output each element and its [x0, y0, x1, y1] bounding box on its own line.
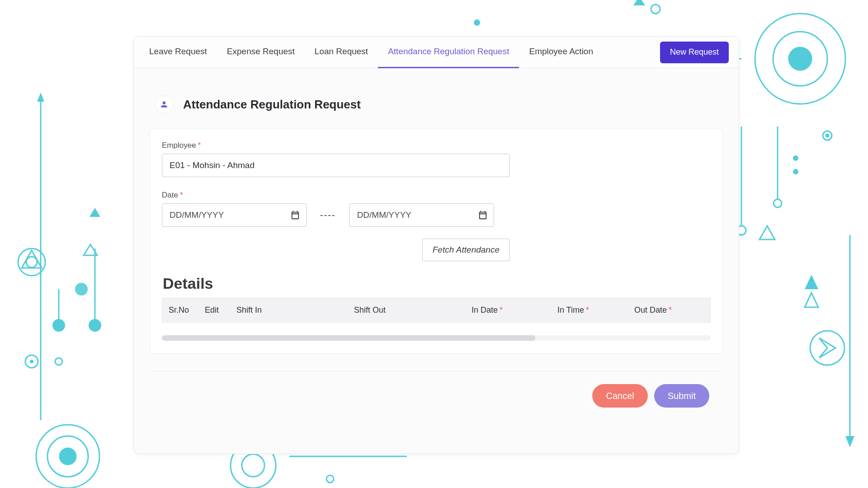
svg-point-12	[75, 283, 88, 296]
svg-marker-36	[805, 275, 818, 289]
date-range-separator: ----	[320, 210, 336, 221]
required-mark: *	[180, 191, 183, 199]
svg-marker-16	[90, 208, 100, 217]
fetch-attendance-button[interactable]: Fetch Attendance	[422, 239, 510, 261]
svg-point-0	[36, 425, 99, 488]
scrollbar-thumb[interactable]	[162, 335, 535, 341]
svg-marker-26	[633, 0, 645, 5]
date-label: Date*	[162, 191, 711, 200]
svg-marker-37	[805, 293, 818, 307]
tab-expense-request[interactable]: Expense Request	[217, 37, 305, 68]
svg-point-27	[651, 5, 660, 14]
section-header: Attendance Regulation Request	[150, 95, 723, 113]
svg-point-42	[793, 155, 798, 161]
svg-point-38	[810, 331, 844, 365]
svg-marker-4	[37, 93, 44, 102]
svg-point-13	[25, 355, 38, 368]
person-icon	[155, 95, 173, 113]
svg-point-8	[52, 319, 65, 332]
svg-point-15	[55, 358, 62, 365]
svg-point-1	[47, 436, 88, 477]
th-shift-in: Shift In	[230, 298, 348, 322]
svg-point-9	[89, 319, 101, 332]
details-heading: Details	[163, 275, 711, 292]
calendar-icon[interactable]	[478, 210, 488, 220]
svg-point-19	[242, 454, 264, 477]
svg-point-43	[793, 169, 798, 174]
cancel-button[interactable]: Cancel	[592, 384, 647, 408]
tabs-bar: Leave Request Expense Request Loan Reque…	[134, 37, 739, 68]
th-out-date: Out Date*	[628, 298, 710, 322]
details-table: Sr.No Edit Shift In Shift Out In Date* I…	[162, 298, 711, 341]
tab-leave-request[interactable]: Leave Request	[139, 37, 217, 68]
section-title: Attendance Regulation Request	[183, 98, 361, 112]
table-horizontal-scrollbar[interactable]	[162, 335, 711, 341]
svg-marker-33	[760, 226, 775, 239]
th-edit: Edit	[198, 298, 230, 322]
tab-employee-action[interactable]: Employee Action	[519, 37, 603, 68]
svg-point-6	[26, 257, 37, 267]
svg-point-32	[774, 199, 782, 207]
content-area: Attendance Regulation Request Employee* …	[134, 68, 739, 408]
svg-point-5	[18, 249, 45, 276]
submit-button[interactable]: Submit	[654, 384, 709, 408]
svg-point-22	[755, 14, 845, 104]
date-to-input[interactable]	[349, 203, 494, 227]
svg-marker-7	[22, 250, 42, 268]
request-card: Leave Request Expense Request Loan Reque…	[133, 36, 739, 454]
required-mark: *	[198, 141, 201, 150]
svg-point-21	[326, 475, 334, 483]
svg-marker-17	[84, 244, 97, 255]
tab-loan-request[interactable]: Loan Request	[305, 37, 378, 68]
new-request-button[interactable]: New Request	[660, 42, 729, 63]
svg-point-2	[60, 448, 76, 465]
svg-point-28	[474, 19, 480, 26]
employee-label: Employee*	[162, 141, 510, 150]
svg-point-23	[773, 32, 827, 86]
svg-point-24	[789, 47, 811, 70]
tab-attendance-regulation-request[interactable]: Attendance Regulation Request	[378, 37, 519, 68]
svg-point-34	[823, 131, 832, 140]
table-header-row: Sr.No Edit Shift In Shift Out In Date* I…	[162, 298, 711, 323]
calendar-icon[interactable]	[290, 210, 300, 220]
th-in-date: In Date*	[465, 298, 551, 322]
svg-marker-39	[819, 338, 835, 358]
svg-marker-41	[845, 436, 854, 447]
employee-input[interactable]	[162, 154, 510, 177]
th-in-time: In Time*	[551, 298, 628, 322]
form-panel: Employee* Date* ----	[150, 129, 723, 354]
th-shift-out: Shift Out	[348, 298, 465, 322]
svg-point-14	[30, 360, 33, 363]
date-range-row: ----	[162, 203, 711, 227]
svg-point-35	[826, 134, 829, 137]
th-srno: Sr.No	[162, 298, 198, 322]
date-from-input[interactable]	[162, 203, 307, 227]
form-actions: Cancel Submit	[150, 371, 723, 408]
